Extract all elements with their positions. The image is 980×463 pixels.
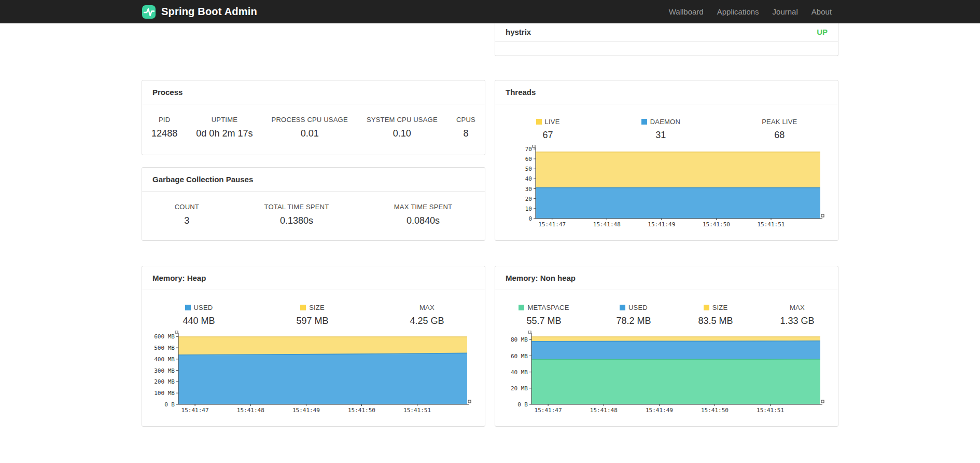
process-panel-title: Process bbox=[142, 80, 485, 104]
svg-text:15:41:47: 15:41:47 bbox=[538, 221, 566, 228]
svg-text:15:41:49: 15:41:49 bbox=[646, 407, 673, 414]
svg-text:15:41:50: 15:41:50 bbox=[348, 407, 375, 414]
threads-panel-title: Threads bbox=[495, 80, 838, 104]
svg-text:400 MB: 400 MB bbox=[154, 356, 175, 363]
metric-label: TOTAL TIME SPENT bbox=[264, 203, 329, 211]
legend-label: DAEMON bbox=[650, 118, 680, 126]
legend-swatch bbox=[704, 305, 709, 310]
legend-value: 55.7 MB bbox=[519, 316, 569, 326]
svg-text:600 MB: 600 MB bbox=[154, 333, 175, 340]
gc-panel-title: Garbage Collection Pauses bbox=[142, 168, 485, 192]
legend-swatch bbox=[300, 305, 306, 310]
legend-label: MAX bbox=[419, 304, 435, 311]
svg-text:80 MB: 80 MB bbox=[511, 336, 528, 343]
svg-text:15:41:49: 15:41:49 bbox=[648, 221, 675, 228]
memory-heap-panel: Memory: Heap USED 440 MB SIZE 597 MB MAX… bbox=[142, 266, 485, 427]
metric-label: UPTIME bbox=[196, 116, 253, 124]
svg-text:20: 20 bbox=[525, 196, 532, 202]
heap-legend: USED 440 MB SIZE 597 MB MAX 4.25 GB bbox=[142, 290, 485, 326]
legend-swatch bbox=[641, 119, 647, 125]
svg-text:0 B: 0 B bbox=[517, 401, 528, 408]
brand-link[interactable]: Spring Boot Admin bbox=[142, 5, 257, 19]
svg-text:30: 30 bbox=[525, 186, 532, 193]
metric-value: 12488 bbox=[151, 128, 177, 139]
svg-text:15:41:48: 15:41:48 bbox=[593, 221, 621, 228]
svg-text:15:41:48: 15:41:48 bbox=[237, 407, 264, 414]
svg-text:100 MB: 100 MB bbox=[154, 390, 175, 397]
threads-panel: Threads LIVE 67 DAEMON 31 PEAK LIVE 68 0… bbox=[495, 80, 838, 241]
metric: MAX TIME SPENT 0.0840s bbox=[394, 203, 452, 226]
metric-value: 3 bbox=[175, 215, 199, 226]
legend-label: PEAK LIVE bbox=[762, 118, 797, 126]
svg-text:15:41:47: 15:41:47 bbox=[181, 407, 209, 414]
nav-link-wallboard[interactable]: Wallboard bbox=[662, 7, 710, 16]
metric: COUNT 3 bbox=[175, 203, 199, 226]
legend-item: DAEMON 31 bbox=[641, 118, 680, 141]
svg-text:0 B: 0 B bbox=[164, 401, 175, 408]
nonheap-memory-chart: 0 B20 MB40 MB60 MB80 MB15:41:4715:41:481… bbox=[502, 331, 825, 415]
legend-item: USED 78.2 MB bbox=[616, 304, 651, 326]
right-column: hystrix UP Threads LIVE 67 DAEMON 31 PEA… bbox=[495, 23, 838, 427]
legend-item: METASPACE 55.7 MB bbox=[519, 304, 569, 326]
legend-item: SIZE 83.5 MB bbox=[698, 304, 733, 326]
svg-text:15:41:51: 15:41:51 bbox=[757, 407, 784, 414]
metric-label: CPUS bbox=[456, 116, 475, 124]
metric-label: COUNT bbox=[175, 203, 199, 211]
legend-value: 597 MB bbox=[296, 316, 328, 326]
legend-value: 440 MB bbox=[183, 316, 215, 326]
svg-text:50: 50 bbox=[525, 166, 532, 172]
metric-label: PROCESS CPU USAGE bbox=[272, 116, 348, 124]
svg-text:500 MB: 500 MB bbox=[154, 345, 175, 351]
legend-value: 67 bbox=[536, 130, 560, 141]
brand-title: Spring Boot Admin bbox=[161, 6, 257, 18]
svg-text:70: 70 bbox=[525, 146, 532, 153]
svg-text:15:41:50: 15:41:50 bbox=[701, 407, 729, 414]
svg-text:10: 10 bbox=[525, 206, 532, 212]
svg-text:15:41:47: 15:41:47 bbox=[535, 407, 562, 414]
metric: UPTIME 0d 0h 2m 17s bbox=[196, 116, 253, 139]
metric-value: 0.10 bbox=[367, 128, 438, 139]
metric-label: PID bbox=[151, 116, 177, 124]
legend-label: USED bbox=[628, 304, 648, 311]
process-panel: Process PID 12488 UPTIME 0d 0h 2m 17s PR… bbox=[142, 80, 485, 155]
nav-link-about[interactable]: About bbox=[805, 7, 838, 16]
legend-item: MAX 4.25 GB bbox=[410, 304, 444, 326]
legend-item: USED 440 MB bbox=[183, 304, 215, 326]
legend-value: 83.5 MB bbox=[698, 316, 733, 326]
gc-metrics: COUNT 3 TOTAL TIME SPENT 0.1380s MAX TIM… bbox=[142, 192, 485, 226]
svg-text:60: 60 bbox=[525, 156, 532, 162]
status-badge: UP bbox=[817, 28, 828, 36]
legend-item: LIVE 67 bbox=[536, 118, 560, 141]
legend-value: 31 bbox=[641, 130, 680, 141]
metric-label: MAX TIME SPENT bbox=[394, 203, 452, 211]
application-row: hystrix UP bbox=[495, 23, 838, 42]
legend-item: MAX 1.33 GB bbox=[780, 304, 814, 326]
application-name[interactable]: hystrix bbox=[506, 28, 531, 36]
applications-panel: hystrix UP bbox=[495, 23, 838, 56]
svg-text:15:41:51: 15:41:51 bbox=[403, 407, 431, 414]
metric-value: 0.01 bbox=[272, 128, 348, 139]
gc-pauses-panel: Garbage Collection Pauses COUNT 3 TOTAL … bbox=[142, 167, 485, 241]
nav-links: Wallboard Applications Journal About bbox=[662, 7, 838, 16]
svg-text:300 MB: 300 MB bbox=[154, 367, 175, 374]
spring-boot-admin-logo-icon bbox=[142, 5, 156, 19]
metric: SYSTEM CPU USAGE 0.10 bbox=[367, 116, 438, 139]
heap-memory-chart: 0 B100 MB200 MB300 MB400 MB500 MB600 MB1… bbox=[149, 331, 472, 415]
metric: TOTAL TIME SPENT 0.1380s bbox=[264, 203, 329, 226]
svg-text:15:41:50: 15:41:50 bbox=[703, 221, 730, 228]
legend-swatch bbox=[620, 305, 625, 310]
legend-swatch bbox=[519, 305, 524, 310]
legend-value: 4.25 GB bbox=[410, 316, 444, 326]
memory-nonheap-panel: Memory: Non heap METASPACE 55.7 MB USED … bbox=[495, 266, 838, 427]
nav-link-journal[interactable]: Journal bbox=[766, 7, 805, 16]
nonheap-legend: METASPACE 55.7 MB USED 78.2 MB SIZE 83.5… bbox=[495, 290, 838, 326]
svg-text:200 MB: 200 MB bbox=[154, 378, 175, 385]
nonheap-panel-title: Memory: Non heap bbox=[495, 266, 838, 290]
svg-text:0: 0 bbox=[528, 215, 532, 222]
legend-label: SIZE bbox=[309, 304, 325, 311]
navbar: Spring Boot Admin Wallboard Applications… bbox=[0, 0, 980, 23]
metric: PID 12488 bbox=[151, 116, 177, 139]
legend-value: 1.33 GB bbox=[780, 316, 814, 326]
nav-link-applications[interactable]: Applications bbox=[710, 7, 766, 16]
legend-label: METASPACE bbox=[527, 304, 569, 311]
